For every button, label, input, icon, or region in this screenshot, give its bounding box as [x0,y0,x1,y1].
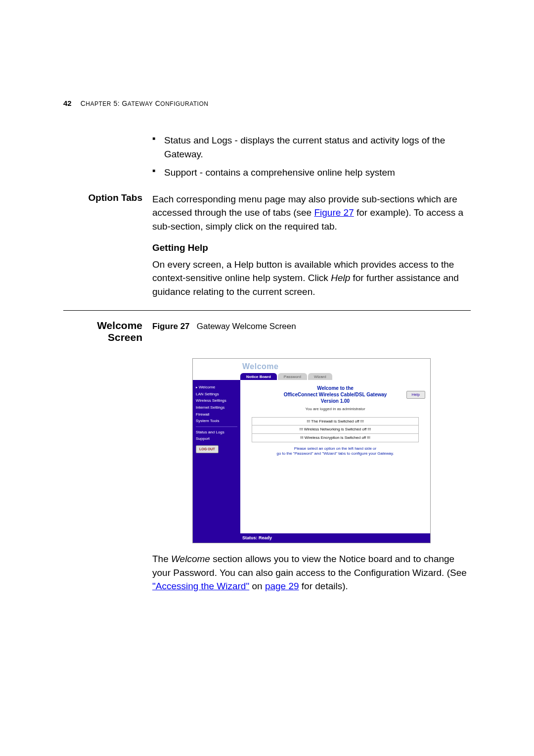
page: 42 CHAPTER 5: GATEWAY CONFIGURATION Stat… [0,0,534,756]
heading-getting-help: Getting Help [152,241,471,255]
running-header: 42 CHAPTER 5: GATEWAY CONFIGURATION [63,99,471,107]
sidebar-item-firewall[interactable]: Firewall [196,411,237,418]
list-item: Support - contains a comprehensive onlin… [152,166,471,180]
shot-sidebar: Welcome LAN Settings Wireless Settings I… [193,380,240,533]
warning-wireless: !!! Wireless Networking is Switched off … [252,425,419,433]
panel-hint: Please select an option on the left hand… [244,446,426,457]
link-figure-27[interactable]: Figure 27 [314,207,354,218]
status-bar: Status: Ready [193,533,430,543]
page-number: 42 [63,99,72,107]
gateway-welcome-screenshot: Welcome Notice Board Password Wizard Wel… [192,358,431,543]
shot-panel: Help Welcome to the OfficeConnect Wirele… [240,380,430,533]
sidebar-item-lan[interactable]: LAN Settings [196,391,237,398]
link-page-29[interactable]: page 29 [265,581,299,591]
content-area: Status and Logs - displays the current s… [63,134,471,601]
feature-bullets: Status and Logs - displays the current s… [152,134,471,180]
sidebar-item-support[interactable]: Support [196,435,237,442]
section-divider [63,310,471,311]
tab-wizard[interactable]: Wizard [308,373,332,381]
shot-title: Welcome [193,359,430,373]
sidebar-item-status[interactable]: Status and Logs [196,429,237,436]
shot-tabs: Notice Board Password Wizard [193,373,430,380]
getting-help-body: On every screen, a Help button is availa… [152,258,471,299]
chapter-label: CHAPTER 5: GATEWAY CONFIGURATION [81,99,209,107]
panel-subheading: You are logged in as administrator [244,406,426,412]
list-item: Status and Logs - displays the current s… [152,134,471,161]
bullet-text: Status and Logs - displays the current s… [164,135,445,159]
tab-password[interactable]: Password [278,373,307,381]
option-tabs-body: Each corresponding menu page may also pr… [152,192,471,234]
sidehead-welcome-screen: Welcome Screen [63,320,152,343]
figure-caption: Figure 27 Gateway Welcome Screen [152,321,471,333]
help-button[interactable]: Help [406,391,425,399]
sidebar-item-wireless[interactable]: Wireless Settings [196,397,237,404]
panel-messages: !!! The Firewall is Switched off !!! !!!… [252,417,419,442]
link-accessing-wizard[interactable]: "Accessing the Wizard" [152,581,249,591]
sidebar-item-tools[interactable]: System Tools [196,418,237,425]
panel-heading: Welcome to the OfficeConnect Wireless Ca… [244,385,426,404]
sidehead-option-tabs: Option Tabs [63,192,152,234]
sidebar-item-internet[interactable]: Internet Settings [196,404,237,411]
warning-encryption: !!! Wireless Encryption is Switched off … [252,433,419,442]
welcome-paragraph: The Welcome section allows you to view t… [152,552,471,593]
warning-firewall: !!! The Firewall is Switched off !!! [252,417,419,425]
tab-notice-board[interactable]: Notice Board [240,373,277,381]
logout-button[interactable]: LOG OUT [196,445,219,453]
sidebar-item-welcome[interactable]: Welcome [196,384,237,391]
bullet-text: Support - contains a comprehensive onlin… [164,167,395,178]
